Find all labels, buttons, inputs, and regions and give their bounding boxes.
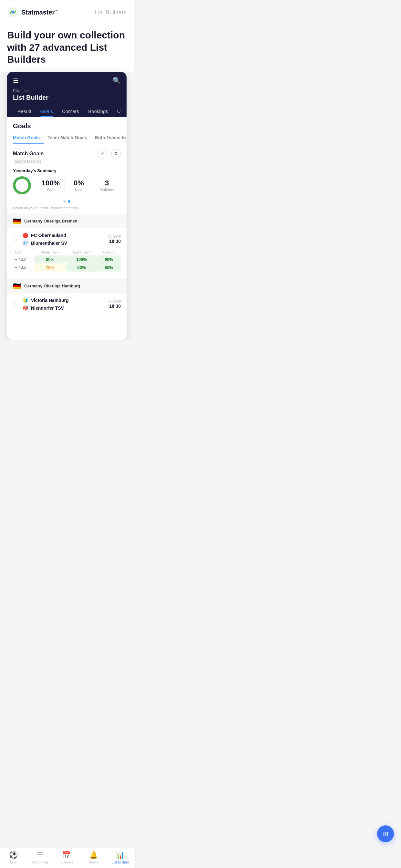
header-icons: ✓ ⚗	[97, 149, 121, 159]
teams-col-1: 🔴 FC Oberneuland 💎 Blumenthaler SV	[22, 232, 109, 246]
tab-unders[interactable]: Unders	[113, 106, 121, 117]
col-header-average: Average	[97, 249, 121, 255]
app-nav-header: ☰ 🔍 Elite Lists List Builder Result Goal…	[7, 72, 127, 117]
stat-won-value: 100%	[39, 179, 62, 187]
yesterday-label: Yesterday's Summary	[7, 166, 127, 176]
league-row-hamburg: 🇩🇪 Germany Oberliga Hamburg	[7, 279, 127, 293]
filter-icon-btn[interactable]: ⚗	[111, 149, 121, 159]
stat-matches: 3 Matches	[93, 179, 121, 192]
check-icon-btn[interactable]: ✓	[97, 149, 107, 159]
team-badge-away-1: 💎	[22, 240, 28, 246]
stat-lost: 0% Lost	[65, 179, 93, 192]
match-header-1: ☆ 🔴 FC Oberneuland 💎 Blumenthaler SV Kic…	[7, 228, 127, 249]
tab-bookings[interactable]: Bookings	[84, 106, 113, 117]
team-name-away-2: Niendorfer TSV	[31, 306, 64, 311]
team-name-home-2: Victoria Hamburg	[31, 298, 68, 303]
col-header-home: Home Team	[34, 249, 66, 255]
dot-1	[63, 200, 66, 203]
app-nav-title: List Builder	[13, 94, 121, 101]
team-row-away-1: 💎 Blumenthaler SV	[22, 240, 109, 246]
kickoff-col-2: Kick Off 18:30	[109, 300, 121, 309]
away-stat-3-5: 90%	[66, 264, 97, 272]
logo-icon	[7, 6, 19, 18]
home-stat-2-5: 80%	[34, 255, 66, 264]
svg-point-1	[11, 11, 14, 13]
match-card-2: ☆ 🔰 Victoria Hamburg 🎯 Niendorfer TSV Ki…	[7, 293, 127, 314]
col-header-away: Away Team	[66, 249, 97, 255]
kickoff-time-1: 18:30	[109, 239, 121, 244]
favorite-star-1[interactable]: ☆	[13, 236, 18, 243]
kickoff-col-1: Kick Off 18:30	[109, 235, 121, 244]
team-badge-home-2: 🔰	[22, 297, 28, 304]
bottom-spacer	[7, 314, 127, 340]
team-row-home-2: 🔰 Victoria Hamburg	[22, 297, 109, 304]
carousel-dots	[7, 199, 127, 206]
league-name-1: Germany Oberliga Bremen	[24, 219, 78, 223]
home-stat-3-5: 70%	[34, 264, 66, 272]
logo-area: Statmaster™	[7, 6, 58, 18]
summary-row: 100% Won 0% Lost 3 Matches	[7, 176, 127, 199]
summary-stats: 100% Won 0% Lost 3 Matches	[37, 179, 121, 192]
subtab-team-match-goals[interactable]: Team Match Goals	[48, 132, 92, 144]
stat-won: 100% Won	[37, 179, 65, 192]
team-badge-home-1: 🔴	[22, 232, 28, 239]
avg-stat-2-5: 90%	[97, 255, 121, 264]
favorite-star-2[interactable]: ☆	[13, 301, 18, 308]
table-row-over-3-5: ●>3.5 70% 90% 80%	[13, 264, 121, 272]
stat-matches-value: 3	[96, 179, 118, 187]
stat-lost-value: 0%	[67, 179, 90, 187]
kickoff-label-1: Kick Off	[109, 235, 121, 239]
match-card-1: ☆ 🔴 FC Oberneuland 💎 Blumenthaler SV Kic…	[7, 228, 127, 279]
stats-table-1: Over Home Team Away Team Average ●>2.5 8…	[13, 249, 121, 272]
note-text: Based on your current list builder setti…	[7, 206, 127, 214]
league-flag-1: 🇩🇪	[13, 217, 21, 225]
search-icon[interactable]: 🔍	[113, 76, 121, 84]
over-label-3-5: ●>3.5	[13, 264, 34, 272]
app-tabs: Result Goals Corners Bookings Unders Com…	[13, 106, 121, 117]
over-label-2-5: ●>2.5	[13, 255, 34, 264]
col-header-over: Over	[13, 249, 34, 255]
team-row-away-2: 🎯 Niendorfer TSV	[22, 305, 109, 311]
kickoff-time-2: 18:30	[109, 304, 121, 309]
hero-title: Build your own collection with 27 advanc…	[7, 29, 127, 66]
team-name-home-1: FC Oberneuland	[31, 233, 66, 238]
teams-col-2: 🔰 Victoria Hamburg 🎯 Niendorfer TSV	[22, 297, 109, 311]
app-card: ☰ 🔍 Elite Lists List Builder Result Goal…	[7, 72, 127, 340]
match-goals-header: Match Goals ✓ ⚗	[7, 144, 127, 159]
subtab-both-teams[interactable]: Both Teams to Sco...	[95, 132, 127, 144]
stat-matches-label: Matches	[96, 187, 118, 192]
stat-won-label: Won	[39, 187, 62, 192]
header-right-label: List Builders	[95, 9, 127, 16]
top-header: Statmaster™ List Builders	[0, 0, 134, 21]
hero-section: Build your own collection with 27 advanc…	[0, 21, 134, 72]
app-nav-top: ☰ 🔍	[13, 76, 121, 84]
dot-2	[68, 200, 70, 203]
logo-text: Statmaster™	[21, 9, 58, 16]
tab-corners[interactable]: Corners	[58, 106, 84, 117]
avg-stat-3-5: 80%	[97, 264, 121, 272]
league-row-bremen: 🇩🇪 Germany Oberliga Bremen	[7, 214, 127, 228]
league-flag-2: 🇩🇪	[13, 282, 21, 290]
hamburger-icon[interactable]: ☰	[13, 76, 19, 84]
stat-lost-label: Lost	[67, 187, 90, 192]
match-goals-title: Match Goals	[13, 151, 43, 157]
tab-goals[interactable]: Goals	[36, 106, 58, 117]
donut-chart	[13, 176, 31, 194]
league-name-2: Germany Oberliga Hamburg	[24, 283, 80, 288]
sub-tabs: Match Goals Team Match Goals Both Teams …	[7, 132, 127, 144]
subtab-match-goals[interactable]: Match Goals	[13, 132, 44, 144]
match-header-2: ☆ 🔰 Victoria Hamburg 🎯 Niendorfer TSV Ki…	[7, 293, 127, 314]
team-badge-away-2: 🎯	[22, 305, 28, 311]
team-name-away-1: Blumenthaler SV	[31, 241, 67, 246]
tab-result[interactable]: Result	[13, 106, 36, 117]
away-stat-2-5: 100%	[66, 255, 97, 264]
stats-table-wrapper-1: Over Home Team Away Team Average ●>2.5 8…	[7, 249, 127, 279]
app-content: Goals Match Goals Team Match Goals Both …	[7, 117, 127, 340]
kickoff-label-2: Kick Off	[109, 300, 121, 304]
section-title: Goals	[7, 117, 127, 132]
match-goals-subtitle: Today's Matches	[7, 159, 127, 166]
app-nav-subtitle: Elite Lists	[13, 89, 121, 93]
team-row-home-1: 🔴 FC Oberneuland	[22, 232, 109, 239]
table-row-over-2-5: ●>2.5 80% 100% 90%	[13, 255, 121, 264]
